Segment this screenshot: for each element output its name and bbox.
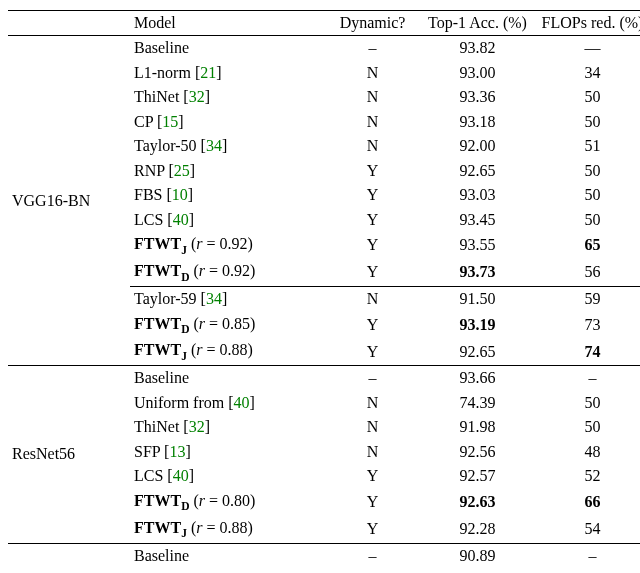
model-cell: Baseline bbox=[130, 543, 325, 568]
col-family bbox=[8, 11, 130, 36]
flops-cell: 52 bbox=[535, 464, 640, 488]
model-cell: L1-norm [21] bbox=[130, 61, 325, 85]
model-cell: FTWTJ (r = 0.88) bbox=[130, 516, 325, 543]
acc-cell: 93.36 bbox=[420, 85, 535, 109]
model-cell: Taylor-59 [34] bbox=[130, 287, 325, 312]
flops-cell: – bbox=[535, 366, 640, 391]
flops-cell: 74 bbox=[535, 338, 640, 365]
table-row: MobileNetV1Baseline–90.89– bbox=[8, 543, 640, 568]
model-cell: ThiNet [32] bbox=[130, 85, 325, 109]
model-cell: LCS [40] bbox=[130, 208, 325, 232]
col-model: Model bbox=[130, 11, 325, 36]
family-label: MobileNetV1 bbox=[8, 543, 130, 573]
flops-cell: – bbox=[535, 543, 640, 568]
flops-cell: 54 bbox=[535, 516, 640, 543]
flops-cell: 65 bbox=[535, 232, 640, 259]
acc-cell: 93.19 bbox=[420, 312, 535, 339]
acc-cell: 92.65 bbox=[420, 159, 535, 183]
acc-cell: 93.82 bbox=[420, 36, 535, 61]
acc-cell: 93.73 bbox=[420, 259, 535, 286]
model-cell: Uniform from [40] bbox=[130, 391, 325, 415]
dynamic-cell: N bbox=[325, 110, 420, 134]
flops-cell: 50 bbox=[535, 159, 640, 183]
model-cell: FTWTD (r = 0.92) bbox=[130, 259, 325, 286]
dynamic-cell: Y bbox=[325, 489, 420, 516]
col-acc: Top-1 Acc. (%) bbox=[420, 11, 535, 36]
model-cell: MobileNet_75 [16] bbox=[130, 568, 325, 573]
dynamic-cell: Y bbox=[325, 208, 420, 232]
flops-cell: 51 bbox=[535, 134, 640, 158]
model-cell: FTWTD (r = 0.85) bbox=[130, 312, 325, 339]
model-cell: RNP [25] bbox=[130, 159, 325, 183]
flops-cell: 34 bbox=[535, 61, 640, 85]
dynamic-cell: N bbox=[325, 440, 420, 464]
model-cell: Baseline bbox=[130, 366, 325, 391]
flops-cell: 50 bbox=[535, 85, 640, 109]
flops-cell: 66 bbox=[535, 489, 640, 516]
acc-cell: 92.28 bbox=[420, 516, 535, 543]
flops-cell: 50 bbox=[535, 391, 640, 415]
acc-cell: 92.63 bbox=[420, 489, 535, 516]
family-label: VGG16-BN bbox=[8, 36, 130, 366]
model-cell: FBS [10] bbox=[130, 183, 325, 207]
acc-cell: 93.55 bbox=[420, 232, 535, 259]
flops-cell: — bbox=[535, 36, 640, 61]
flops-cell: 42 bbox=[535, 568, 640, 573]
dynamic-cell: – bbox=[325, 366, 420, 391]
acc-cell: 93.03 bbox=[420, 183, 535, 207]
flops-cell: 50 bbox=[535, 415, 640, 439]
dynamic-cell: Y bbox=[325, 232, 420, 259]
model-cell: LCS [40] bbox=[130, 464, 325, 488]
acc-cell: 89.79 bbox=[420, 568, 535, 573]
flops-cell: 50 bbox=[535, 110, 640, 134]
acc-cell: 90.89 bbox=[420, 543, 535, 568]
dynamic-cell: Y bbox=[325, 183, 420, 207]
dynamic-cell: – bbox=[325, 36, 420, 61]
dynamic-cell: N bbox=[325, 134, 420, 158]
acc-cell: 93.66 bbox=[420, 366, 535, 391]
flops-cell: 48 bbox=[535, 440, 640, 464]
acc-cell: 91.98 bbox=[420, 415, 535, 439]
flops-cell: 56 bbox=[535, 259, 640, 286]
dynamic-cell: N bbox=[325, 568, 420, 573]
dynamic-cell: Y bbox=[325, 464, 420, 488]
model-cell: FTWTD (r = 0.80) bbox=[130, 489, 325, 516]
dynamic-cell: Y bbox=[325, 516, 420, 543]
family-label: ResNet56 bbox=[8, 366, 130, 543]
acc-cell: 92.65 bbox=[420, 338, 535, 365]
dynamic-cell: Y bbox=[325, 159, 420, 183]
dynamic-cell: Y bbox=[325, 259, 420, 286]
header-row: ModelDynamic?Top-1 Acc. (%)FLOPs red. (%… bbox=[8, 11, 640, 36]
model-cell: FTWTJ (r = 0.88) bbox=[130, 338, 325, 365]
acc-cell: 91.50 bbox=[420, 287, 535, 312]
dynamic-cell: N bbox=[325, 61, 420, 85]
model-cell: Baseline bbox=[130, 36, 325, 61]
flops-cell: 50 bbox=[535, 183, 640, 207]
dynamic-cell: N bbox=[325, 85, 420, 109]
dynamic-cell: Y bbox=[325, 338, 420, 365]
model-cell: FTWTJ (r = 0.92) bbox=[130, 232, 325, 259]
acc-cell: 74.39 bbox=[420, 391, 535, 415]
acc-cell: 93.18 bbox=[420, 110, 535, 134]
acc-cell: 93.45 bbox=[420, 208, 535, 232]
results-table: ModelDynamic?Top-1 Acc. (%)FLOPs red. (%… bbox=[8, 10, 640, 573]
acc-cell: 92.56 bbox=[420, 440, 535, 464]
dynamic-cell: – bbox=[325, 543, 420, 568]
col-flops: FLOPs red. (%) bbox=[535, 11, 640, 36]
flops-cell: 73 bbox=[535, 312, 640, 339]
acc-cell: 92.00 bbox=[420, 134, 535, 158]
model-cell: CP [15] bbox=[130, 110, 325, 134]
acc-cell: 92.57 bbox=[420, 464, 535, 488]
model-cell: SFP [13] bbox=[130, 440, 325, 464]
acc-cell: 93.00 bbox=[420, 61, 535, 85]
col-dynamic: Dynamic? bbox=[325, 11, 420, 36]
table-row: VGG16-BNBaseline–93.82— bbox=[8, 36, 640, 61]
model-cell: Taylor-50 [34] bbox=[130, 134, 325, 158]
dynamic-cell: Y bbox=[325, 312, 420, 339]
model-cell: ThiNet [32] bbox=[130, 415, 325, 439]
dynamic-cell: N bbox=[325, 415, 420, 439]
dynamic-cell: N bbox=[325, 287, 420, 312]
dynamic-cell: N bbox=[325, 391, 420, 415]
flops-cell: 50 bbox=[535, 208, 640, 232]
table-row: ResNet56Baseline–93.66– bbox=[8, 366, 640, 391]
